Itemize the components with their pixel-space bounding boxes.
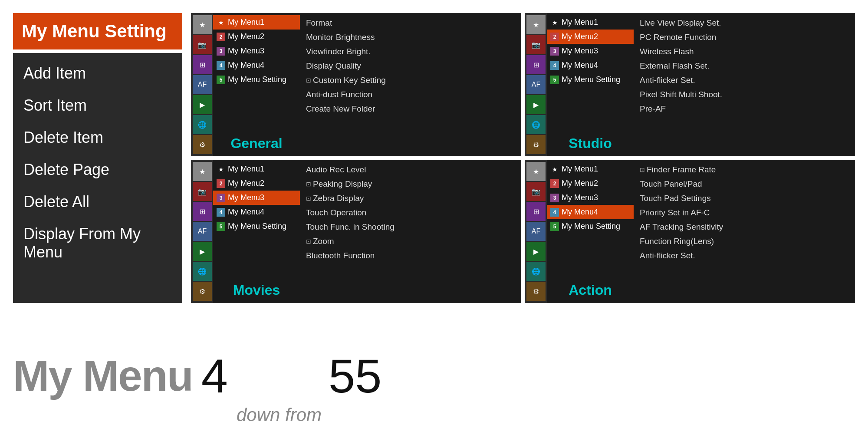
- item-label: Pre-AF: [640, 104, 666, 114]
- icon-bar-movies: ★📷⊞AF▶🌐⚙: [191, 160, 213, 303]
- star-icon: ★: [550, 165, 559, 174]
- icon-bar-item-4: ▶: [526, 242, 546, 261]
- item-prefix-icon: ⊡: [306, 181, 311, 188]
- icon-bar-studio: ★📷⊞AF▶🌐⚙: [525, 13, 547, 156]
- menu-tab-0[interactable]: ★My Menu1: [547, 162, 634, 176]
- menu-item-1[interactable]: Sort Item: [13, 89, 182, 122]
- item-label: Zebra Display: [313, 194, 364, 203]
- menu-item-0[interactable]: Add Item: [13, 57, 182, 89]
- item-label: Monitor Brightness: [306, 33, 375, 42]
- icon-bar-item-1: 📷: [193, 182, 212, 201]
- icon-bar-item-4: ▶: [193, 95, 212, 114]
- icon-bar-item-4: ▶: [526, 95, 546, 114]
- tab-label: My Menu3: [228, 193, 264, 202]
- tab-num-badge: 4: [550, 61, 559, 70]
- stat-number: 4: [201, 348, 228, 403]
- item-prefix-icon: ⊡: [306, 238, 311, 245]
- list-item: ⊡Finder Frame Rate: [638, 163, 850, 177]
- menu-tab-4[interactable]: 5My Menu Setting: [213, 72, 300, 87]
- list-item: Pixel Shift Multi Shoot.: [638, 88, 850, 102]
- tab-num-badge: 4: [217, 208, 225, 217]
- item-label: Touch Panel/Pad: [640, 179, 702, 189]
- menu-tab-0[interactable]: ★My Menu1: [213, 15, 300, 30]
- tab-num-badge: 5: [550, 222, 559, 231]
- menu-tab-3[interactable]: 4My Menu4: [213, 58, 300, 72]
- item-label: Touch Operation: [306, 208, 366, 218]
- preset-label-movies: Movies: [213, 278, 300, 301]
- menu-tab-0[interactable]: ★My Menu1: [213, 162, 300, 176]
- menu-tabs-movies: ★My Menu12My Menu23My Menu34My Menu45My …: [213, 160, 300, 303]
- camera-panel-general: ★📷⊞AF▶🌐⚙★My Menu12My Menu23My Menu34My M…: [191, 13, 521, 156]
- list-item: Touch Pad Settings: [638, 191, 850, 205]
- menu-items-list: Add ItemSort ItemDelete ItemDelete PageD…: [13, 53, 182, 303]
- items-list-general: FormatMonitor BrightnessViewfinder Brigh…: [300, 13, 521, 156]
- preset-label-action: Action: [547, 278, 634, 301]
- icon-bar-item-0: ★: [193, 15, 212, 34]
- icon-bar-item-0: ★: [526, 15, 546, 34]
- item-prefix-icon: ⊡: [640, 166, 645, 173]
- menu-tab-4[interactable]: 5My Menu Setting: [547, 72, 634, 87]
- menu-tab-3[interactable]: 4My Menu4: [547, 205, 634, 219]
- menu-tab-2[interactable]: 3My Menu3: [547, 44, 634, 58]
- item-label: Custom Key Setting: [313, 76, 386, 85]
- menu-item-2[interactable]: Delete Item: [13, 122, 182, 154]
- tab-label: My Menu Setting: [228, 75, 286, 84]
- item-label: Touch Func. in Shooting: [306, 222, 395, 232]
- menu-tabs-action: ★My Menu12My Menu23My Menu34My Menu45My …: [547, 160, 634, 303]
- my-menu-title: My Menu Setting: [13, 13, 182, 49]
- item-label: Anti-flicker Set.: [640, 76, 695, 85]
- icon-bar-item-2: ⊞: [193, 202, 212, 221]
- menu-tab-1[interactable]: 2My Menu2: [547, 176, 634, 191]
- menu-tab-1[interactable]: 2My Menu2: [213, 176, 300, 191]
- list-item: ⊡Peaking Display: [304, 177, 516, 191]
- menu-tab-1[interactable]: 2My Menu2: [547, 30, 634, 44]
- icon-bar-item-4: ▶: [193, 242, 212, 261]
- panels-grid: ★📷⊞AF▶🌐⚙★My Menu12My Menu23My Menu34My M…: [191, 13, 855, 303]
- item-label: Viewfinder Bright.: [306, 47, 371, 56]
- item-label: Live View Display Set.: [640, 18, 721, 28]
- tab-label: My Menu1: [562, 18, 598, 27]
- icon-bar-item-2: ⊞: [526, 202, 546, 221]
- tab-num-badge: 3: [550, 194, 559, 202]
- icon-bar-general: ★📷⊞AF▶🌐⚙: [191, 13, 213, 156]
- tab-label: My Menu Setting: [562, 75, 620, 84]
- menu-tab-3[interactable]: 4My Menu4: [547, 58, 634, 72]
- icon-bar-item-6: ⚙: [526, 135, 546, 154]
- tab-label: My Menu1: [228, 165, 264, 174]
- menu-tab-2[interactable]: 3My Menu3: [547, 191, 634, 205]
- icon-bar-item-2: ⊞: [526, 55, 546, 74]
- list-item: ⊡Custom Key Setting: [304, 73, 516, 87]
- menu-tab-2[interactable]: 3My Menu3: [213, 44, 300, 58]
- camera-panel-studio: ★📷⊞AF▶🌐⚙★My Menu12My Menu23My Menu34My M…: [525, 13, 855, 156]
- list-item: Wireless Flash: [638, 45, 850, 59]
- tab-label: My Menu3: [228, 46, 264, 56]
- items-list-studio: Live View Display Set.PC Remote Function…: [634, 13, 855, 156]
- menu-tab-4[interactable]: 5My Menu Setting: [213, 219, 300, 234]
- menu-tab-2[interactable]: 3My Menu3: [213, 191, 300, 205]
- preset-label-general: General: [213, 131, 300, 154]
- tab-num-badge: 3: [550, 47, 559, 56]
- menu-tab-4[interactable]: 5My Menu Setting: [547, 219, 634, 234]
- item-label: Anti-dust Function: [306, 90, 372, 99]
- menu-tab-0[interactable]: ★My Menu1: [547, 15, 634, 30]
- icon-bar-action: ★📷⊞AF▶🌐⚙: [525, 160, 547, 303]
- icon-bar-item-0: ★: [193, 162, 212, 181]
- menu-item-5[interactable]: Display From My Menu: [13, 218, 182, 268]
- icon-bar-item-3: AF: [526, 222, 546, 241]
- list-item: Display Quality: [304, 59, 516, 73]
- list-item: Viewfinder Bright.: [304, 45, 516, 59]
- item-label: Format: [306, 18, 332, 28]
- item-label: Pixel Shift Multi Shoot.: [640, 90, 722, 99]
- item-label: Zoom: [313, 237, 334, 246]
- list-item: Live View Display Set.: [638, 16, 850, 30]
- item-label: External Flash Set.: [640, 61, 710, 71]
- tab-label: My Menu4: [562, 61, 598, 70]
- item-label: Audio Rec Level: [306, 165, 366, 175]
- menu-item-3[interactable]: Delete Page: [13, 154, 182, 186]
- list-item: PC Remote Function: [638, 30, 850, 44]
- tab-num-badge: 2: [217, 33, 225, 41]
- menu-tab-3[interactable]: 4My Menu4: [213, 205, 300, 219]
- menu-item-4[interactable]: Delete All: [13, 186, 182, 218]
- menu-tab-1[interactable]: 2My Menu2: [213, 30, 300, 44]
- icon-bar-item-3: AF: [526, 75, 546, 94]
